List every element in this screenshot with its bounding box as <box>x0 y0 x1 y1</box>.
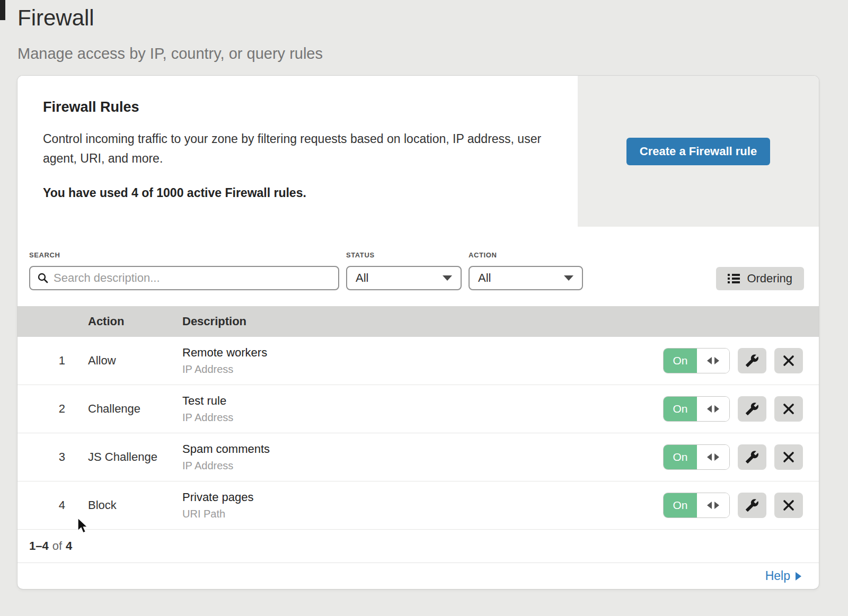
rule-description: Test rule <box>182 394 663 408</box>
toggle-on-label: On <box>664 445 697 469</box>
toggle-on-label: On <box>664 397 697 421</box>
rule-action: Allow <box>88 354 167 368</box>
wrench-icon <box>745 498 759 512</box>
pagination-of: of <box>52 539 62 553</box>
intro-section: Firewall Rules Control incoming traffic … <box>17 76 819 227</box>
action-field-group: ACTION All <box>469 251 583 290</box>
status-selected-value: All <box>356 271 368 285</box>
rule-controls: On <box>663 444 819 470</box>
table-header: Action Description <box>17 306 819 337</box>
search-label: SEARCH <box>29 251 339 259</box>
create-firewall-rule-button[interactable]: Create a Firewall rule <box>626 138 770 165</box>
wrench-icon <box>745 402 759 416</box>
action-column-header: Action <box>88 315 167 328</box>
rule-controls: On <box>663 396 819 422</box>
edit-rule-button[interactable] <box>738 348 766 373</box>
status-label: STATUS <box>346 251 462 259</box>
search-box[interactable] <box>29 266 339 290</box>
action-select[interactable]: All <box>469 266 583 290</box>
table-row: 3 JS Challenge Spam comments IP Address … <box>17 433 819 481</box>
toggle-on-label: On <box>664 349 697 373</box>
status-field-group: STATUS All <box>346 251 462 290</box>
close-icon <box>782 451 795 463</box>
rule-match-type: IP Address <box>182 460 663 472</box>
delete-rule-button[interactable] <box>774 396 803 422</box>
page-header: Firewall Manage access by IP, country, o… <box>0 0 848 63</box>
intro-heading: Firewall Rules <box>43 99 546 115</box>
rule-match-type: IP Address <box>182 412 663 424</box>
help-link[interactable]: Help <box>765 569 801 583</box>
rule-description-cell: Remote workers IP Address <box>182 346 663 376</box>
action-selected-value: All <box>478 271 491 285</box>
ordering-button-label: Ordering <box>747 272 792 285</box>
firewall-rules-card: Firewall Rules Control incoming traffic … <box>17 76 819 589</box>
rule-description: Spam comments <box>182 442 663 456</box>
chevron-down-icon <box>564 275 573 281</box>
rule-description-cell: Test rule IP Address <box>182 394 663 424</box>
rule-action: Block <box>88 498 167 512</box>
rule-enabled-toggle[interactable]: On <box>663 444 730 470</box>
rule-description-cell: Private pages URI Path <box>182 490 663 520</box>
rule-match-type: IP Address <box>182 363 663 376</box>
rule-controls: On <box>663 348 819 373</box>
search-icon <box>37 272 49 284</box>
edit-rule-button[interactable] <box>738 444 766 470</box>
page-subtitle: Manage access by IP, country, or query r… <box>17 45 848 63</box>
rule-controls: On <box>663 493 819 518</box>
rule-enabled-toggle[interactable]: On <box>663 493 730 518</box>
status-select[interactable]: All <box>346 266 462 290</box>
create-rule-panel: Create a Firewall rule <box>578 76 819 227</box>
search-input[interactable] <box>54 271 331 285</box>
toggle-on-label: On <box>664 493 697 517</box>
edit-rule-button[interactable] <box>738 493 766 518</box>
rule-action: Challenge <box>88 402 167 416</box>
screen-edge-artifact <box>0 0 5 20</box>
rule-description-cell: Spam comments IP Address <box>182 442 663 472</box>
pagination-total: 4 <box>66 539 72 553</box>
description-column-header: Description <box>182 315 819 328</box>
rule-match-type: URI Path <box>182 508 663 520</box>
usage-summary: You have used 4 of 1000 active Firewall … <box>43 186 546 200</box>
close-icon <box>782 354 795 367</box>
action-label: ACTION <box>469 251 583 259</box>
filter-bar: SEARCH STATUS All ACTION All <box>17 227 819 306</box>
delete-rule-button[interactable] <box>774 444 803 470</box>
delete-rule-button[interactable] <box>774 493 803 518</box>
edit-rule-button[interactable] <box>738 396 766 422</box>
pagination: 1–4 of 4 <box>17 530 819 563</box>
rule-action: JS Challenge <box>88 450 167 464</box>
toggle-arrows-icon <box>697 493 729 517</box>
rule-priority: 2 <box>17 402 65 416</box>
intro-text-panel: Firewall Rules Control incoming traffic … <box>17 76 578 227</box>
table-row: 1 Allow Remote workers IP Address On <box>17 337 819 385</box>
toggle-arrows-icon <box>697 397 729 421</box>
rule-enabled-toggle[interactable]: On <box>663 348 730 373</box>
rule-priority: 1 <box>17 354 65 368</box>
wrench-icon <box>745 354 759 368</box>
card-footer: Help <box>17 563 819 589</box>
help-arrow-icon <box>796 572 801 581</box>
rule-description: Remote workers <box>182 346 663 360</box>
close-icon <box>782 499 795 512</box>
table-row: 4 Block Private pages URI Path On <box>17 481 819 530</box>
delete-rule-button[interactable] <box>774 348 803 373</box>
rule-enabled-toggle[interactable]: On <box>663 396 730 422</box>
intro-description: Control incoming traffic to your zone by… <box>43 129 546 168</box>
close-icon <box>782 403 795 415</box>
ordering-list-icon <box>728 274 740 283</box>
chevron-down-icon <box>443 275 452 281</box>
toggle-arrows-icon <box>697 349 729 373</box>
rule-priority: 3 <box>17 450 65 464</box>
help-link-label: Help <box>765 569 790 583</box>
wrench-icon <box>745 450 759 464</box>
rule-priority: 4 <box>17 498 65 512</box>
toggle-arrows-icon <box>697 445 729 469</box>
ordering-button[interactable]: Ordering <box>716 267 804 290</box>
search-field-group: SEARCH <box>29 251 339 290</box>
rule-description: Private pages <box>182 490 663 504</box>
pagination-range: 1–4 <box>29 539 49 553</box>
page-title: Firewall <box>17 4 848 32</box>
table-row: 2 Challenge Test rule IP Address On <box>17 385 819 433</box>
